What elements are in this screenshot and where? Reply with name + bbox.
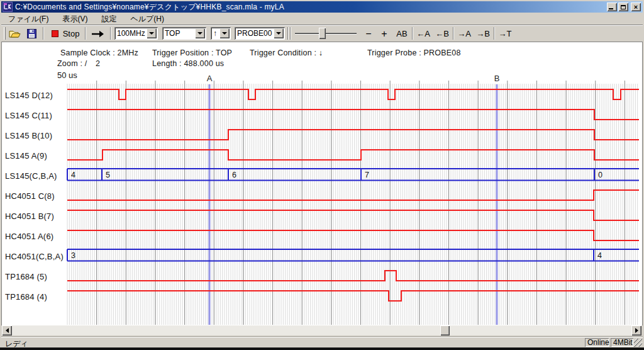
toolbar-separator: [43, 27, 44, 40]
info-sample-clock: Sample Clock : 2MHz: [60, 48, 138, 57]
info-trigger-condition: Trigger Condition : ↓: [250, 48, 323, 57]
run-arrow-icon: [91, 30, 105, 38]
trigger-edge-value: ↑: [211, 29, 219, 38]
chevron-down-icon: [197, 32, 203, 35]
info-zoom-label: Zoom : /: [57, 59, 87, 68]
stop-button[interactable]: Stop: [49, 27, 82, 40]
trigger-position-combobox[interactable]: TOP: [162, 27, 206, 40]
toolbar-separator: [85, 27, 86, 40]
resize-grip[interactable]: [634, 339, 642, 347]
trigger-position-dropdown-button[interactable]: [195, 28, 205, 38]
close-icon: ×: [634, 4, 638, 11]
goto-marker-b-button[interactable]: ←B: [434, 27, 450, 40]
menu-item-file[interactable]: ファイル(F): [4, 13, 53, 25]
chevron-down-icon: [222, 32, 227, 35]
menu-item-help[interactable]: ヘルプ(H): [126, 13, 169, 25]
menu-item-settings[interactable]: 設定: [97, 13, 121, 25]
zoom-out-button[interactable]: −: [362, 27, 375, 40]
time-scale-label: 50 us: [57, 71, 77, 80]
close-button[interactable]: ×: [631, 3, 641, 11]
open-folder-icon: [9, 29, 21, 38]
toolbar: Stop 100MHz TOP ↑ PROBE00: [1, 25, 643, 42]
info-trigger-probe: Trigger Probe : PROBE08: [367, 48, 461, 57]
app-window: C:¥Documents and Settings¥noname¥デスクトップ¥…: [0, 0, 644, 350]
horizontal-scrollbar[interactable]: [2, 325, 641, 336]
online-status-badge: Online: [585, 338, 609, 347]
menu-bar: ファイル(F)表示(V)設定ヘルプ(H): [1, 13, 643, 25]
trigger-probe-combobox[interactable]: PROBE00: [235, 27, 285, 40]
maximize-icon: [621, 5, 626, 9]
sample-rate-value: 100MHz: [114, 29, 147, 38]
open-file-button[interactable]: [7, 27, 22, 40]
zoom-slider[interactable]: [295, 27, 357, 40]
minimize-icon: [609, 8, 613, 9]
right-arrow-icon: [635, 328, 638, 333]
info-zoom-value: 2: [96, 59, 100, 68]
desktop-edge: [0, 347, 644, 350]
window-title: C:¥Documents and Settings¥noname¥デスクトップ¥…: [15, 2, 284, 13]
app-icon[interactable]: [3, 2, 13, 12]
goto-marker-a-button[interactable]: ←A: [415, 27, 431, 40]
run-button[interactable]: [89, 27, 107, 40]
info-trigger-position: Trigger Position : TOP: [152, 48, 232, 57]
trigger-edge-dropdown-button[interactable]: [219, 28, 230, 38]
trigger-edge-combobox[interactable]: ↑: [211, 27, 231, 40]
status-bar: レディ Online 4MBit: [1, 336, 643, 347]
toolbar-separator: [412, 27, 413, 40]
toolbar-separator: [287, 27, 289, 40]
stop-icon: [52, 30, 58, 37]
trigger-probe-dropdown-button[interactable]: [274, 28, 284, 38]
zoom-ab-button[interactable]: AB: [394, 27, 410, 40]
toolbar-separator: [453, 27, 454, 40]
trigger-probe-value: PROBE00: [235, 29, 274, 38]
memory-size-badge: 4MBit: [611, 338, 633, 347]
set-marker-b-button[interactable]: →B: [475, 27, 491, 40]
zoom-in-button[interactable]: +: [378, 27, 391, 40]
stop-button-label: Stop: [63, 29, 80, 38]
toolbar-separator: [290, 27, 291, 40]
scroll-right-button[interactable]: [631, 325, 641, 336]
minimize-button[interactable]: [607, 3, 617, 11]
set-marker-a-button[interactable]: →A: [456, 27, 472, 40]
save-floppy-icon: [27, 29, 36, 38]
left-arrow-icon: [6, 328, 9, 333]
scroll-left-button[interactable]: [2, 325, 12, 336]
save-file-button[interactable]: [24, 27, 39, 40]
menu-item-view[interactable]: 表示(V): [58, 13, 92, 25]
goto-trigger-button[interactable]: →T: [497, 27, 513, 40]
sample-rate-dropdown-button[interactable]: [147, 28, 157, 38]
sample-rate-combobox[interactable]: 100MHz: [114, 27, 158, 40]
waveform-display[interactable]: 50 us: [0, 68, 644, 325]
chevron-down-icon: [149, 32, 154, 35]
toolbar-grip: [4, 27, 6, 40]
chevron-down-icon: [276, 32, 281, 35]
toolbar-separator: [494, 27, 495, 40]
trigger-position-value: TOP: [162, 29, 195, 38]
toolbar-separator: [110, 27, 111, 40]
scrollbar-thumb[interactable]: [440, 325, 450, 336]
maximize-button[interactable]: [618, 3, 628, 11]
title-bar[interactable]: C:¥Documents and Settings¥noname¥デスクトップ¥…: [1, 1, 643, 13]
zoom-slider-thumb[interactable]: [319, 28, 326, 39]
zoom-slider-track[interactable]: [295, 33, 357, 35]
info-length: Length : 488.000 us: [152, 59, 224, 68]
